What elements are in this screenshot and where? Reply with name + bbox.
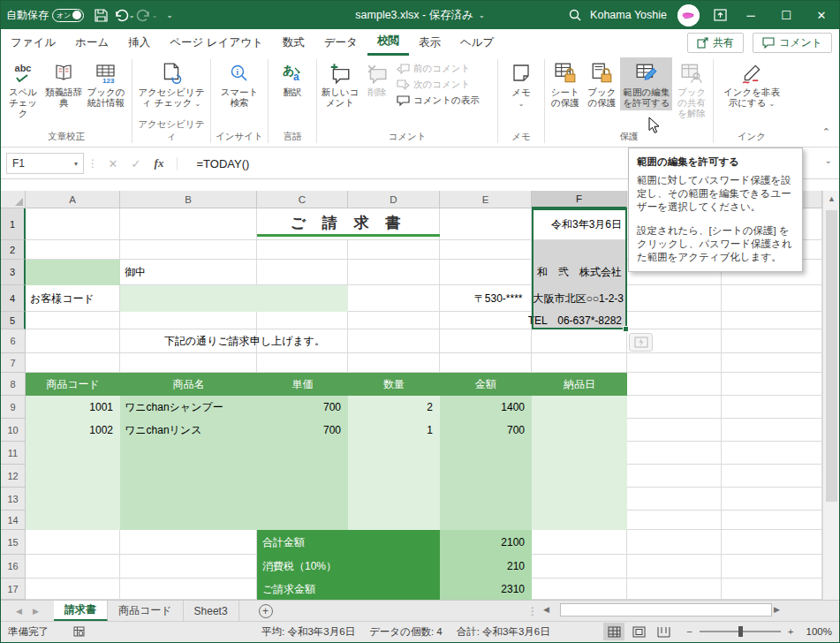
grid-cell[interactable]: [722, 488, 822, 511]
smart-lookup-button[interactable]: i スマート検索: [215, 57, 264, 110]
undo-icon[interactable]: ⌄: [112, 4, 135, 26]
grid-cell[interactable]: [348, 511, 440, 530]
page-break-view-icon[interactable]: [653, 623, 674, 640]
grid-cell[interactable]: [627, 419, 722, 442]
grid-cell[interactable]: [26, 208, 120, 240]
row-header-12[interactable]: 12: [1, 465, 26, 488]
grid-cell[interactable]: [722, 373, 822, 396]
col-header-product-code[interactable]: 商品コード: [26, 373, 120, 396]
tab-view[interactable]: 表示: [409, 29, 450, 56]
grid-cell[interactable]: [120, 530, 257, 555]
grid-cell[interactable]: [440, 329, 532, 353]
maximize-button[interactable]: ☐: [768, 1, 804, 29]
scroll-left-icon[interactable]: ◀: [543, 605, 549, 614]
row-header-14[interactable]: 14: [1, 511, 26, 530]
grid-cell[interactable]: [532, 353, 627, 373]
grid-cell[interactable]: [26, 329, 120, 353]
insert-function-icon[interactable]: fx: [148, 156, 170, 170]
grid-cell[interactable]: [627, 285, 722, 312]
grid-cell[interactable]: [627, 511, 722, 530]
grid-cell[interactable]: [532, 396, 627, 419]
formula-bar-expand-icon[interactable]: ⌄: [825, 155, 832, 165]
scroll-right-icon[interactable]: ▶: [774, 605, 780, 614]
grid-cell[interactable]: [627, 312, 722, 329]
row-header-10[interactable]: 10: [1, 419, 26, 442]
notes-button[interactable]: メモ⌄: [505, 57, 537, 112]
grid-cell[interactable]: [120, 208, 257, 240]
row-header-15[interactable]: 15: [1, 530, 26, 555]
sheet-tab-sheet3[interactable]: Sheet3: [184, 601, 239, 621]
protect-sheet-button[interactable]: シートの保護: [547, 57, 584, 110]
table-row[interactable]: 1001: [26, 396, 113, 419]
fill-handle[interactable]: [623, 326, 629, 332]
avatar[interactable]: [677, 4, 700, 26]
macro-record-icon[interactable]: [73, 626, 85, 639]
comments-button[interactable]: コメント: [753, 33, 832, 53]
grid-cell[interactable]: [722, 465, 822, 488]
grid-cell[interactable]: [722, 353, 822, 373]
sheet-tab-invoice[interactable]: 請求書: [54, 601, 108, 621]
grid-cell[interactable]: [722, 511, 822, 530]
tab-data[interactable]: データ: [314, 29, 367, 56]
zoom-slider[interactable]: − +: [686, 626, 793, 637]
grid-cell[interactable]: [348, 465, 440, 488]
col-header-product-name[interactable]: 商品名: [120, 373, 257, 396]
grid-cell[interactable]: [532, 442, 627, 465]
select-all-corner[interactable]: [1, 191, 26, 208]
table-row[interactable]: 1400: [440, 396, 525, 419]
grid-cell[interactable]: [26, 353, 120, 373]
column-header-A[interactable]: A: [26, 191, 120, 208]
autosave-toggle[interactable]: オン: [52, 9, 84, 22]
onchu-label[interactable]: 御中: [125, 260, 146, 285]
grid-cell[interactable]: [532, 465, 627, 488]
grid-cell[interactable]: [440, 488, 532, 511]
grid-cell[interactable]: [257, 442, 348, 465]
table-row[interactable]: ワニchanリンス: [125, 419, 201, 442]
table-row[interactable]: 700: [440, 419, 525, 442]
grid-cell[interactable]: [26, 488, 120, 511]
tab-formulas[interactable]: 数式: [273, 29, 314, 56]
row-header-11[interactable]: 11: [1, 442, 26, 465]
grid-cell[interactable]: [532, 329, 627, 353]
grid-cell[interactable]: [532, 419, 627, 442]
new-comment-button[interactable]: 新しいコメント: [319, 57, 361, 110]
grid-cell[interactable]: [532, 488, 627, 511]
grid-cell[interactable]: [26, 240, 120, 260]
grid-cell[interactable]: [627, 396, 722, 419]
grid-cell[interactable]: [348, 240, 440, 260]
grid-cell[interactable]: [257, 312, 348, 329]
grid-cell[interactable]: [26, 511, 120, 530]
table-row[interactable]: 700: [257, 396, 341, 419]
table-row[interactable]: 1: [348, 419, 433, 442]
grid-cell[interactable]: [440, 353, 532, 373]
minimize-button[interactable]: ─: [733, 1, 768, 29]
column-header-B[interactable]: B: [120, 191, 257, 208]
col-header-delivery-date[interactable]: 納品日: [532, 373, 627, 396]
row-header-13[interactable]: 13: [1, 488, 26, 511]
grid-cell[interactable]: [120, 488, 257, 511]
row-header-2[interactable]: 2: [1, 240, 26, 260]
grid-cell[interactable]: [348, 353, 440, 373]
close-button[interactable]: ✕: [804, 1, 839, 29]
grid-cell[interactable]: [440, 511, 532, 530]
allow-edit-ranges-button[interactable]: 範囲の編集を許可する: [620, 57, 672, 110]
grid-cell[interactable]: [348, 530, 440, 555]
tab-file[interactable]: ファイル: [1, 29, 65, 56]
col-header-quantity[interactable]: 数量: [348, 373, 440, 396]
grid-cell[interactable]: [257, 465, 348, 488]
zoom-out-icon[interactable]: −: [686, 626, 692, 637]
billed-amount-label[interactable]: ご請求金額: [262, 579, 315, 600]
grid-cell[interactable]: [440, 465, 532, 488]
grid-cell[interactable]: [627, 530, 722, 555]
tab-insert[interactable]: 挿入: [118, 29, 160, 56]
grid-cell[interactable]: [627, 442, 722, 465]
grid-cell[interactable]: [722, 312, 822, 329]
grid-cell[interactable]: [722, 530, 822, 555]
workbook-statistics-button[interactable]: 123 ブックの統計情報: [84, 57, 128, 110]
row-header-9[interactable]: 9: [1, 396, 26, 419]
grid-cell[interactable]: [26, 579, 120, 600]
grid-cell[interactable]: [532, 530, 627, 555]
grid-cell[interactable]: [722, 329, 822, 353]
table-row[interactable]: 1002: [26, 419, 113, 442]
quick-access-customize-icon[interactable]: ⌄: [158, 4, 181, 26]
